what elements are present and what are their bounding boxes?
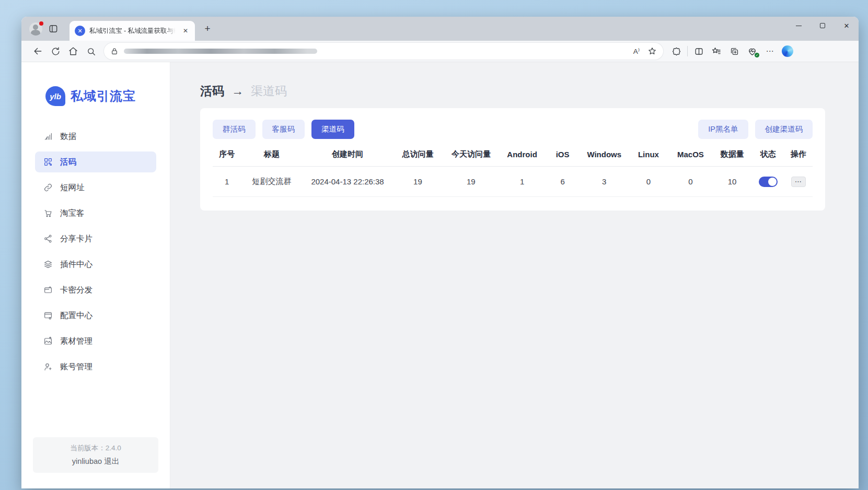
cell-status [752, 177, 784, 187]
chart-icon [43, 132, 53, 141]
address-bar[interactable]: A⁾ [104, 43, 663, 60]
browser-essentials-button[interactable]: ✓ [743, 43, 761, 59]
row-more-actions-button[interactable]: ⋯ [791, 177, 806, 187]
layers-icon [43, 260, 53, 269]
tab-channel-code[interactable]: 渠道码 [311, 120, 354, 139]
back-arrow-icon [32, 46, 43, 56]
tab-group-live-code[interactable]: 群活码 [213, 120, 256, 139]
col-header-linux: Linux [628, 150, 668, 159]
new-tab-button[interactable]: + [199, 21, 216, 37]
logo-badge-icon: ylb [45, 86, 65, 106]
cell-macos: 0 [668, 177, 712, 186]
favorite-page-button[interactable] [644, 43, 660, 59]
split-screen-button[interactable] [690, 43, 708, 59]
sidebar-item-label: 配置中心 [60, 310, 92, 321]
sidebar-item-label: 活码 [60, 157, 76, 168]
version-label: 当前版本：2.4.0 [38, 444, 153, 453]
logout-link[interactable]: 退出 [104, 457, 119, 465]
browser-tab-strip: ✕ 私域引流宝 - 私域流量获取与维护 ✕ + ✕ [21, 17, 859, 41]
sidebar-item-label: 卡密分发 [60, 285, 92, 296]
read-aloud-button[interactable]: A⁾ [629, 43, 644, 59]
account-name: yinliubao [72, 457, 102, 465]
cell-index: 1 [213, 177, 241, 186]
sidebar-item-label: 素材管理 [60, 336, 92, 347]
search-icon [86, 46, 96, 56]
favorites-star-list-icon [711, 46, 722, 56]
create-channel-code-button[interactable]: 创建渠道码 [755, 120, 813, 139]
sidebar-item-label: 数据 [60, 131, 76, 142]
version-box: 当前版本：2.4.0 yinliubao 退出 [33, 437, 158, 473]
table-header-row: 序号 标题 创建时间 总访问量 今天访问量 Android iOS Window… [213, 149, 813, 167]
breadcrumb-current[interactable]: 活码 [200, 83, 224, 99]
tab-customer-service-code[interactable]: 客服码 [262, 120, 305, 139]
profile-notification-dot [39, 21, 43, 26]
settings-more-button[interactable]: ⋯ [761, 43, 779, 59]
sidebar: ylb 私域引流宝 数据 活码 短网址 [21, 62, 170, 488]
code-type-tabs: 群活码 客服码 渠道码 [213, 120, 354, 139]
window-controls: ✕ [786, 17, 859, 34]
favorites-button[interactable] [708, 43, 725, 59]
split-screen-icon [694, 46, 704, 56]
tab-title: 私域引流宝 - 私域流量获取与维护 [89, 27, 176, 36]
sidebar-item-label: 淘宝客 [60, 208, 85, 219]
main-content: 活码 → 渠道码 群活码 客服码 渠道码 IP黑名单 创建渠道码 [170, 62, 859, 488]
browser-toolbar: A⁾ ✓ ⋯ [21, 41, 859, 62]
window-close-button[interactable]: ✕ [835, 17, 859, 34]
sidebar-item-label: 插件中心 [60, 259, 92, 270]
search-button[interactable] [82, 43, 100, 59]
collections-button[interactable] [725, 43, 743, 59]
sidebar-item-card-key[interactable]: 卡密分发 [35, 279, 156, 300]
col-header-status: 状态 [752, 149, 784, 159]
minimize-icon [796, 26, 802, 26]
refresh-button[interactable] [47, 43, 64, 59]
cell-data-volume: 10 [712, 177, 751, 186]
account-line: yinliubao 退出 [38, 457, 153, 466]
ip-blacklist-button[interactable]: IP黑名单 [698, 120, 748, 139]
settings-window-icon [43, 311, 53, 320]
home-button[interactable] [64, 43, 82, 59]
essentials-check-badge: ✓ [755, 53, 759, 57]
tab-close-button[interactable]: ✕ [180, 26, 191, 36]
cell-total-visits: 19 [392, 177, 443, 186]
cell-android: 1 [499, 177, 545, 186]
back-button[interactable] [29, 43, 47, 59]
extensions-button[interactable] [667, 43, 685, 59]
breadcrumb-arrow-icon: → [232, 84, 244, 98]
page-content: ylb 私域引流宝 数据 活码 短网址 [21, 62, 859, 488]
status-toggle[interactable] [759, 177, 778, 187]
sidebar-item-short-url[interactable]: 短网址 [35, 177, 156, 198]
sidebar-item-label: 账号管理 [60, 361, 92, 372]
refresh-icon [51, 46, 61, 56]
cell-created: 2024-04-13 22:26:38 [303, 177, 392, 186]
sidebar-item-account[interactable]: 账号管理 [35, 356, 156, 377]
browser-profile-button[interactable] [27, 20, 44, 37]
star-icon [647, 46, 657, 56]
copilot-button[interactable] [779, 43, 796, 59]
window-minimize-button[interactable] [786, 17, 811, 34]
link-icon [43, 183, 53, 192]
logo-text: 私域引流宝 [71, 88, 136, 104]
cell-linux: 0 [628, 177, 668, 186]
cell-title: 短剧交流群 [241, 177, 303, 186]
sidebar-item-share-card[interactable]: 分享卡片 [35, 228, 156, 249]
sidebar-item-data[interactable]: 数据 [35, 126, 156, 147]
desktop-background: ✕ 私域引流宝 - 私域流量获取与维护 ✕ + ✕ [0, 0, 868, 490]
cell-today-visits: 19 [443, 177, 499, 186]
sidebar-item-material[interactable]: 素材管理 [35, 331, 156, 352]
site-favicon-icon: ✕ [75, 26, 85, 36]
card-toolbar: 群活码 客服码 渠道码 IP黑名单 创建渠道码 [213, 120, 813, 139]
sidebar-item-plugin-center[interactable]: 插件中心 [35, 254, 156, 275]
url-text-redacted [124, 49, 317, 54]
sidebar-item-label: 分享卡片 [60, 234, 92, 244]
sidebar-item-config-center[interactable]: 配置中心 [35, 305, 156, 326]
tab-actions-menu-button[interactable] [44, 20, 62, 37]
browser-tab[interactable]: ✕ 私域引流宝 - 私域流量获取与维护 ✕ [70, 21, 195, 41]
image-icon [43, 336, 53, 346]
window-maximize-button[interactable] [811, 17, 835, 34]
content-card: 群活码 客服码 渠道码 IP黑名单 创建渠道码 序号 标题 [200, 108, 825, 211]
browser-window: ✕ 私域引流宝 - 私域流量获取与维护 ✕ + ✕ [21, 17, 859, 488]
cart-icon [43, 208, 53, 218]
sidebar-item-live-code[interactable]: 活码 [35, 151, 156, 172]
sidebar-item-taobao[interactable]: 淘宝客 [35, 203, 156, 224]
cell-ios: 6 [545, 177, 580, 186]
